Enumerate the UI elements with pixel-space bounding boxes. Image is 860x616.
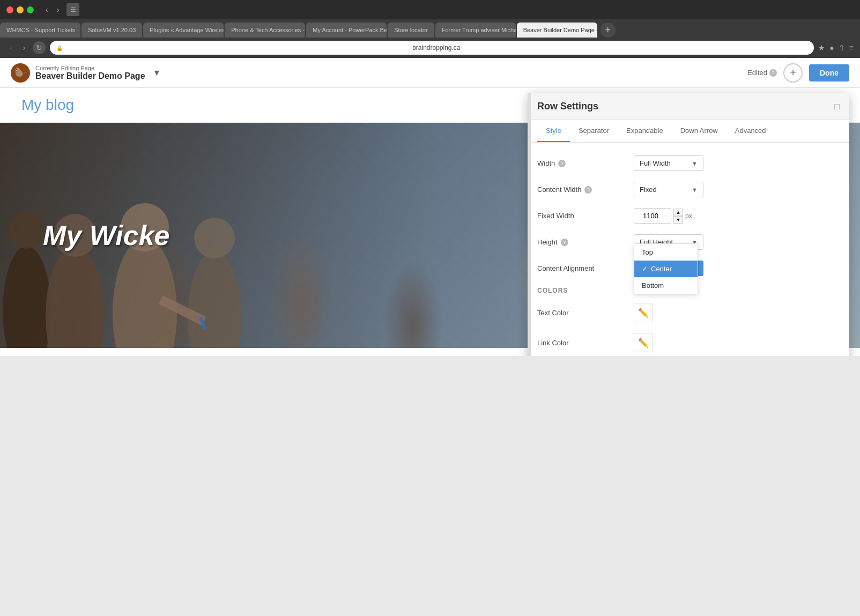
svg-point-1 [8,211,46,249]
pb-right: Edited ? + Done [747,63,849,83]
dialog-drag-handle[interactable] [528,93,531,356]
maximize-button[interactable] [27,6,34,13]
content-width-row: Content Width ? Fixed ▼ [537,182,840,197]
content-alignment-row: Content Alignment Center ▼ Top ✓ Center [537,261,840,276]
width-label: Width ? [537,159,634,167]
number-spinner: ▲ ▼ [673,209,683,224]
edited-label: Edited [747,69,767,77]
share-icon[interactable]: ⇧ [839,43,845,52]
dialog-title: Row Settings [537,101,598,112]
edited-info-icon[interactable]: ? [769,69,777,77]
pb-logo: 🦫 [11,63,30,83]
new-tab-button[interactable]: + [600,23,616,38]
svg-point-4 [113,238,177,348]
text-color-picker[interactable]: ✏️ [634,303,653,322]
decrement-button[interactable]: ▼ [673,216,683,224]
address-bar-row: ‹ › ↻ 🔒 braindropping.ca ★ ● ⇧ ≡ [0,38,860,58]
chevron-down-icon-2: ▼ [692,187,698,193]
dialog-body: Width ? Full Width ▼ Content Width ? [528,143,849,356]
dropdown-item-bottom[interactable]: Bottom [634,277,698,294]
svg-point-7 [194,218,235,258]
height-info-icon[interactable]: ? [561,239,568,246]
dialog-tabs: Style Separator Expandable Down Arrow Ad… [528,120,849,143]
unit-label: px [685,212,692,220]
width-select[interactable]: Full Width ▼ [634,155,703,171]
address-text: braindropping.ca [65,44,807,51]
close-button[interactable] [6,6,13,13]
tabs-row: WHMCS - Support Tickets SolusVM v1.20.03… [0,19,860,38]
link-color-row: Link Color ✏️ [537,333,840,352]
content-width-info-icon[interactable]: ? [584,186,592,194]
content-alignment-control: Center ▼ Top ✓ Center Bottom [634,261,840,276]
tab-down-arrow[interactable]: Down Arrow [672,120,726,142]
minimize-button[interactable] [17,6,24,13]
site-logo[interactable]: My blog [21,97,74,114]
tab-beaverbuilder[interactable]: Beaver Builder Demo Page -... [517,23,597,38]
tab-phone[interactable]: Phone & Tech Accessories -... [225,23,305,38]
increment-button[interactable]: ▲ [673,209,683,216]
bookmark-icon[interactable]: ★ [818,43,825,52]
currently-editing-label: Currently Editing Page [35,65,145,71]
width-info-icon[interactable]: ? [558,160,566,167]
tab-separator[interactable]: Separator [570,120,618,142]
fixed-width-row: Fixed Width ▲ ▼ px [537,208,840,224]
menu-icon[interactable]: ≡ [849,43,854,52]
browser-forward[interactable]: › [20,42,29,53]
content-width-label: Content Width ? [537,185,634,194]
tab-expandable[interactable]: Expandable [618,120,672,142]
page-builder-bar: 🦫 Currently Editing Page Beaver Builder … [0,58,860,88]
pb-page-info: Currently Editing Page Beaver Builder De… [35,65,145,81]
dropdown-item-top[interactable]: Top [634,244,698,261]
dialog-minimize-button[interactable]: □ [834,102,840,112]
svg-point-6 [188,251,241,348]
link-color-control: ✏️ [634,333,840,352]
text-color-control: ✏️ [634,303,840,322]
row-settings-dialog: Row Settings □ Style Separator Expandabl… [528,93,849,356]
browser-back[interactable]: ‹ [6,42,16,53]
text-color-row: Text Color ✏️ [537,303,840,322]
back-button[interactable]: ‹ [42,4,51,15]
extensions-icon[interactable]: ● [829,43,834,52]
content-alignment-dropdown: Top ✓ Center Bottom [634,243,698,294]
tab-plugins[interactable]: Plugins « Advantage Wireles... [143,23,224,38]
tab-solusvm[interactable]: SolusVM v1.20.03 [81,23,142,38]
width-row: Width ? Full Width ▼ [537,155,840,171]
fixed-width-input[interactable] [634,208,671,224]
content-width-control: Fixed ▼ [634,182,840,197]
sidebar-toggle[interactable]: ☰ [66,3,79,16]
tab-advanced[interactable]: Advanced [726,120,775,142]
tab-storelocator[interactable]: Store locator [388,23,434,38]
fixed-width-label: Fixed Width [537,212,634,220]
width-control: Full Width ▼ [634,155,840,171]
done-button[interactable]: Done [809,64,849,81]
dialog-header[interactable]: Row Settings □ [528,93,849,120]
text-color-label: Text Color [537,309,634,317]
hero-text: My Wicke [43,219,170,251]
browser-titlebar: ‹ › ☰ [0,0,860,19]
tab-style[interactable]: Style [537,120,570,142]
tab-myaccount[interactable]: My Account - PowerPack Be... [306,23,387,38]
address-bar[interactable]: 🔒 braindropping.ca [50,41,814,55]
refresh-button[interactable]: ↻ [33,41,46,54]
svg-point-2 [46,246,105,348]
tab-trump[interactable]: Former Trump adviser Micha... [435,23,516,38]
dropdown-item-center[interactable]: ✓ Center [634,261,698,277]
link-color-label: Link Color [537,339,634,347]
tab-whmcs[interactable]: WHMCS - Support Tickets [0,23,80,38]
content-width-select[interactable]: Fixed ▼ [634,182,703,197]
page-name: Beaver Builder Demo Page [35,71,145,81]
fixed-width-control: ▲ ▼ px [634,208,840,224]
forward-button[interactable]: › [54,4,63,15]
add-content-button[interactable]: + [783,63,803,83]
page-dropdown-button[interactable]: ▼ [153,68,161,78]
link-color-picker[interactable]: ✏️ [634,333,653,352]
dropdown-menu: Top ✓ Center Bottom [634,243,698,294]
lock-icon: 🔒 [56,45,63,51]
tab-bar: WHMCS - Support Tickets SolusVM v1.20.03… [0,19,860,38]
pb-left: 🦫 Currently Editing Page Beaver Builder … [11,63,747,83]
browser-chrome: ‹ › ☰ WHMCS - Support Tickets SolusVM v1… [0,0,860,58]
traffic-lights [6,6,34,13]
content-alignment-label: Content Alignment [537,264,634,272]
svg-point-0 [3,246,51,348]
nav-buttons: ‹ › [42,4,62,15]
